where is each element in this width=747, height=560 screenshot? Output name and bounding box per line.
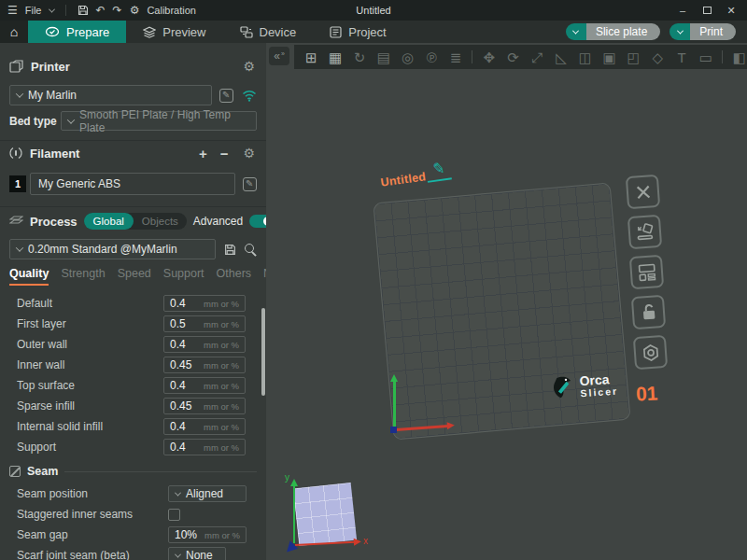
save-preset-icon[interactable] bbox=[224, 244, 236, 256]
scarf-joint-seam-row: Scarf joint seam (beta) None bbox=[0, 545, 266, 560]
scale-icon[interactable]: ⤢ bbox=[529, 50, 545, 64]
param-unit: mm or % bbox=[204, 442, 239, 453]
tab-preview[interactable]: Preview bbox=[126, 21, 222, 43]
maximize-button[interactable] bbox=[697, 2, 717, 19]
tab-others[interactable]: Others bbox=[217, 267, 252, 286]
move-icon[interactable]: ✥ bbox=[481, 50, 497, 64]
print-button[interactable]: Print bbox=[690, 23, 736, 40]
filament-settings-gear-icon[interactable]: ⚙ bbox=[243, 147, 255, 160]
plate-buttons bbox=[627, 175, 659, 369]
thumbnail-plate[interactable] bbox=[293, 483, 357, 546]
plate-name-label[interactable]: Untitled ✎ bbox=[379, 162, 447, 189]
undo-icon[interactable]: ↶ bbox=[96, 5, 106, 16]
import-geometry-icon[interactable]: ◎ bbox=[400, 50, 416, 64]
measure-icon[interactable]: ▭ bbox=[698, 50, 713, 64]
tab-quality[interactable]: Quality bbox=[9, 267, 49, 286]
sidebar-scrollbar[interactable] bbox=[261, 308, 265, 396]
orca-icon bbox=[550, 374, 576, 401]
split-to-parts-icon[interactable]: ▣ bbox=[601, 50, 617, 64]
variable-layer-height-icon[interactable]: ◇ bbox=[650, 50, 666, 64]
object-list-icon[interactable]: ≣ bbox=[448, 50, 464, 64]
process-preset-select[interactable]: 0.20mm Standard @MyMarlin bbox=[9, 239, 216, 259]
param-input[interactable]: 0.4mm or % bbox=[163, 439, 246, 455]
param-input[interactable]: 0.4mm or % bbox=[163, 295, 246, 312]
printer-preset-select[interactable]: My Marlin bbox=[9, 85, 212, 105]
auto-orient-plate-button[interactable] bbox=[627, 215, 662, 249]
chevron-down-icon bbox=[175, 551, 181, 557]
section-divider bbox=[0, 206, 266, 207]
bed-type-select[interactable]: Smooth PEI Plate / High Temp Plate bbox=[61, 111, 257, 131]
param-value: 0.45 bbox=[170, 399, 191, 413]
calibration-menu[interactable]: Calibration bbox=[147, 5, 196, 16]
slice-plate-button[interactable]: Slice plate bbox=[586, 23, 660, 40]
scope-global-segment[interactable]: Global bbox=[84, 213, 134, 230]
lay-on-face-icon[interactable]: ◺ bbox=[554, 50, 570, 64]
seam-position-select[interactable]: Aligned bbox=[168, 485, 247, 502]
close-button[interactable]: ✕ bbox=[721, 2, 741, 19]
add-object-icon[interactable]: ⊞ bbox=[303, 50, 319, 64]
origin-marker bbox=[390, 427, 397, 433]
auto-orient-icon[interactable]: ↻ bbox=[352, 50, 368, 64]
param-input[interactable]: 0.5mm or % bbox=[163, 315, 246, 332]
rename-plate-icon[interactable]: ✎ bbox=[432, 160, 445, 177]
remove-filament-button[interactable]: − bbox=[218, 147, 232, 161]
add-plate-icon[interactable]: ▦ bbox=[328, 50, 344, 64]
scarf-joint-seam-select[interactable]: None bbox=[168, 547, 226, 560]
tab-prepare[interactable]: Prepare bbox=[28, 21, 126, 43]
main-tabbar: ⌂ Prepare Preview Device Project Slice p… bbox=[0, 21, 747, 43]
search-settings-icon[interactable] bbox=[244, 243, 257, 256]
printer-settings-gear-icon[interactable]: ⚙ bbox=[243, 60, 255, 73]
hamburger-menu-icon[interactable]: ☰ bbox=[7, 5, 18, 16]
param-row-top-surface: Top surface 0.4mm or % bbox=[0, 375, 266, 396]
tab-strength[interactable]: Strength bbox=[61, 267, 105, 286]
param-input[interactable]: 0.45mm or % bbox=[163, 357, 246, 373]
scope-objects-segment[interactable]: Objects bbox=[134, 216, 187, 227]
redo-icon[interactable]: ↷ bbox=[113, 5, 122, 16]
lock-plate-button[interactable] bbox=[631, 295, 666, 329]
advanced-toggle[interactable] bbox=[249, 215, 266, 228]
add-filament-button[interactable]: + bbox=[196, 147, 210, 161]
arrange-icon[interactable]: ▤ bbox=[375, 50, 391, 64]
file-menu-chevron-icon[interactable] bbox=[48, 6, 54, 12]
viewport-3d[interactable]: «» ⊞ ▦ ↻ ▤ ◎ ℗ ≣ ✥ ⟳ ⤢ ◺ ◫ ▣ ◰ ◇ T bbox=[266, 43, 747, 560]
edit-filament-icon[interactable] bbox=[243, 177, 257, 191]
delete-plate-button[interactable] bbox=[626, 175, 660, 209]
split-to-objects-icon[interactable]: ◫ bbox=[578, 50, 594, 64]
save-icon[interactable] bbox=[78, 5, 89, 16]
tab-speed[interactable]: Speed bbox=[118, 267, 151, 286]
mesh-boolean-icon[interactable]: ◰ bbox=[626, 50, 641, 64]
plate-navigator-thumbnail[interactable]: y x bbox=[274, 470, 372, 560]
collapse-sidebar-button[interactable]: «» bbox=[269, 47, 289, 65]
filament-preset-select[interactable]: My Generic ABS bbox=[30, 173, 235, 195]
rotate-icon[interactable]: ⟳ bbox=[505, 50, 521, 64]
param-input[interactable]: 0.45mm or % bbox=[163, 398, 246, 414]
param-row-outer-wall: Outer wall 0.4mm or % bbox=[0, 334, 266, 355]
assembly-view-icon[interactable]: ◧ bbox=[731, 50, 747, 64]
import-project-icon[interactable]: ℗ bbox=[424, 50, 440, 64]
edit-printer-icon[interactable] bbox=[219, 89, 233, 103]
chevron-down-icon bbox=[16, 244, 23, 251]
staggered-inner-seams-checkbox[interactable] bbox=[168, 509, 180, 521]
print-options-dropdown[interactable] bbox=[669, 23, 690, 40]
add-text-icon[interactable]: T bbox=[674, 50, 690, 64]
unlock-icon bbox=[640, 302, 657, 321]
filament-slot-badge[interactable]: 1 bbox=[9, 175, 26, 192]
seam-gap-input[interactable]: 10%mm or % bbox=[168, 526, 247, 543]
calibration-icon[interactable]: ⚙ bbox=[130, 5, 140, 16]
plate-settings-button[interactable] bbox=[633, 335, 668, 370]
minimize-button[interactable]: – bbox=[672, 2, 693, 19]
tab-device[interactable]: Device bbox=[223, 21, 314, 43]
param-input[interactable]: 0.4mm or % bbox=[163, 377, 246, 394]
slice-options-dropdown[interactable] bbox=[566, 23, 586, 40]
arrange-plate-button[interactable] bbox=[629, 255, 664, 289]
home-button[interactable]: ⌂ bbox=[0, 21, 28, 43]
build-plate[interactable] bbox=[373, 182, 630, 440]
tab-project[interactable]: Project bbox=[313, 21, 402, 43]
tab-support[interactable]: Support bbox=[163, 267, 204, 286]
param-input[interactable]: 0.4mm or % bbox=[163, 418, 246, 435]
wifi-connection-icon[interactable] bbox=[242, 90, 257, 102]
plate-number-badge[interactable]: 01 bbox=[635, 382, 658, 405]
param-input[interactable]: 0.4mm or % bbox=[163, 336, 246, 353]
file-menu[interactable]: File bbox=[25, 5, 42, 16]
close-icon bbox=[634, 183, 652, 201]
